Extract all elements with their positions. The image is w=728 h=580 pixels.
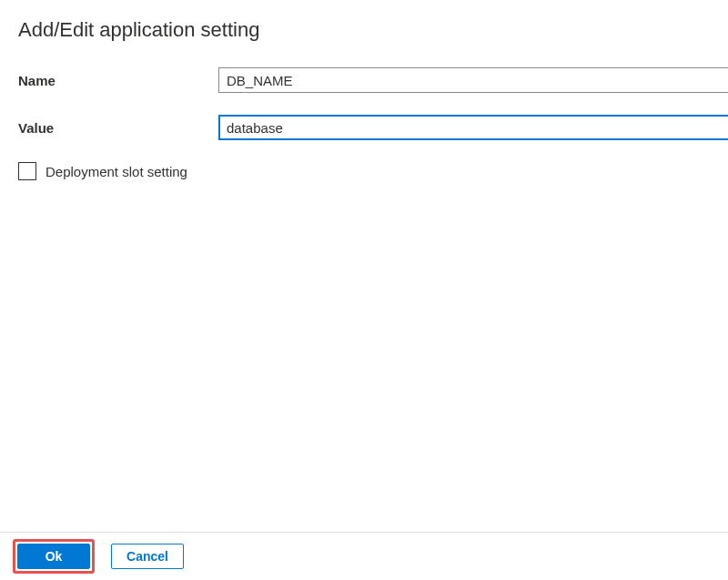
ok-highlight: Ok [13,539,95,574]
name-row: Name [18,67,728,93]
name-label: Name [18,73,218,88]
name-input[interactable] [218,67,728,93]
footer: Ok Cancel [0,532,728,580]
slot-setting-row: Deployment slot setting [18,162,728,180]
slot-setting-checkbox[interactable] [18,162,36,180]
value-label: Value [18,120,218,136]
ok-button[interactable]: Ok [17,544,90,569]
cancel-button[interactable]: Cancel [111,544,184,569]
settings-panel: Add/Edit application setting Name Value … [0,0,728,532]
value-input[interactable] [218,115,728,140]
value-row: Value [18,115,728,140]
slot-setting-label: Deployment slot setting [46,164,187,179]
panel-title: Add/Edit application setting [18,18,728,42]
